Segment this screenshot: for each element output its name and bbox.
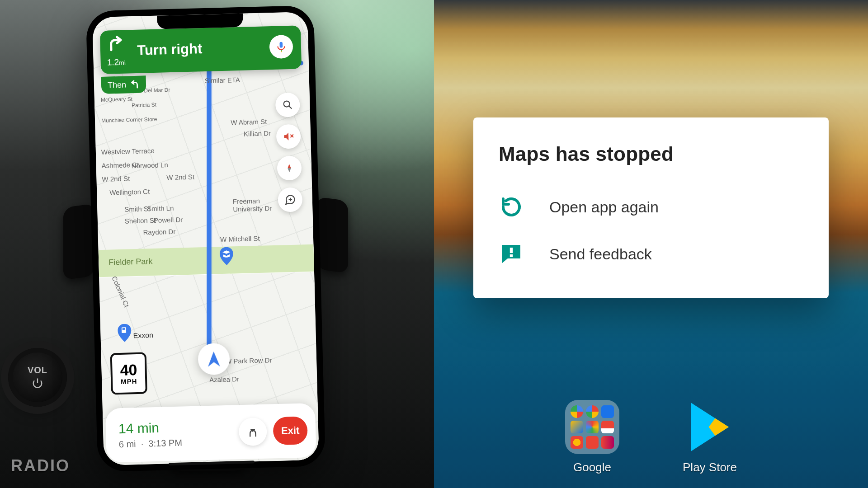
play-store-label: Play Store: [683, 460, 737, 474]
play-store-icon: [683, 400, 737, 454]
park-area: Fielder Park: [99, 244, 314, 277]
phone-notch: [157, 14, 243, 29]
compass-icon: [284, 163, 295, 174]
feedback-icon: [499, 241, 524, 267]
turn-right-arrow-icon: [106, 35, 125, 53]
street-label: Raydon Dr: [143, 228, 175, 236]
university-pin[interactable]: [220, 247, 234, 261]
gas-station-pin[interactable]: [118, 324, 132, 338]
svg-rect-6: [510, 254, 513, 257]
eta-bar[interactable]: 14 min 6 mi · 3:13 PM Exit: [105, 403, 316, 463]
crash-dialog-title: Maps has stopped: [499, 143, 803, 165]
street-label: Azalea Dr: [209, 375, 239, 384]
car-volume-label: VOL: [28, 365, 47, 375]
routes-icon: [246, 425, 260, 439]
poi-label: Munchiez Corner Store: [101, 116, 157, 124]
then-direction-chip[interactable]: Then: [101, 75, 146, 94]
gas-station-label: Exxon: [133, 331, 153, 340]
street-label: Smith Ln: [147, 204, 174, 213]
android-home-panel: Maps has stopped Open app again Send fee…: [434, 0, 868, 488]
route-line: [207, 66, 212, 365]
street-label: Shelton St: [125, 216, 156, 225]
street-label: W Mitchell St: [220, 235, 260, 243]
then-label: Then: [108, 80, 127, 90]
navigation-arrow-icon: [204, 350, 223, 368]
street-label: McQueary St: [101, 96, 132, 103]
current-location-marker: [198, 343, 230, 375]
street-label: W Park Row Dr: [225, 356, 272, 365]
alternate-routes-button[interactable]: [238, 418, 267, 446]
app-crash-dialog: Maps has stopped Open app again Send fee…: [473, 117, 829, 298]
turn-left-arrow-icon: [130, 80, 140, 90]
open-app-again-label: Open app again: [549, 198, 659, 216]
play-store-app[interactable]: Play Store: [678, 400, 741, 474]
google-folder-icon: [565, 400, 619, 454]
mount-arm-right: [316, 197, 348, 273]
svg-point-4: [283, 101, 289, 107]
map-note: Similar ETA: [205, 76, 240, 84]
power-icon: [31, 377, 44, 389]
direction-instruction: Turn right: [137, 39, 270, 59]
street-label: Killian Dr: [244, 129, 271, 138]
street-label: Norwood Ln: [132, 161, 168, 169]
search-icon: [282, 99, 294, 111]
home-dock: Google Play Store: [434, 400, 868, 474]
speed-limit-sign: 40 MPH: [110, 352, 147, 395]
mount-arm-left: [63, 203, 95, 280]
send-feedback-option[interactable]: Send feedback: [499, 230, 803, 277]
street-label: Patricia St: [132, 102, 156, 108]
car-photo-panel: VOL RADIO Fielder Park Similar ETA W Abr…: [0, 0, 434, 488]
street-label: Westview Terrace: [101, 147, 155, 156]
exit-navigation-button[interactable]: Exit: [273, 416, 308, 445]
add-report-icon: [284, 194, 296, 206]
street-label: Del Mar Dr: [144, 87, 170, 94]
send-feedback-label: Send feedback: [549, 245, 652, 263]
eta-arrival: 3:13 PM: [148, 437, 182, 448]
microphone-icon: [275, 41, 288, 53]
svg-rect-2: [279, 42, 283, 48]
street-label: Powell Dr: [154, 216, 183, 224]
street-label: W 2nd St: [166, 173, 194, 182]
eta-distance: 6 mi: [119, 439, 136, 449]
street-label: W Abram St: [231, 117, 267, 126]
street-label: W 2nd St: [102, 174, 130, 183]
car-radio-label: RADIO: [11, 456, 70, 475]
park-label: Fielder Park: [108, 257, 153, 267]
google-folder-label: Google: [573, 460, 611, 474]
speed-limit-value: 40: [120, 362, 137, 378]
svg-rect-5: [510, 248, 513, 253]
volume-mute-icon: [283, 131, 295, 143]
refresh-icon: [499, 194, 524, 220]
car-volume-knob: VOL: [8, 348, 67, 407]
direction-distance: 1.2: [107, 57, 119, 67]
voice-search-button[interactable]: [269, 35, 293, 59]
maps-screen: Fielder Park Similar ETA W Abram St Kill…: [92, 12, 319, 465]
svg-rect-0: [122, 327, 126, 333]
eta-duration: 14 min: [118, 419, 182, 436]
street-label: Smith St: [124, 205, 150, 213]
exit-label: Exit: [281, 425, 300, 437]
google-folder[interactable]: Google: [561, 400, 624, 474]
direction-distance-unit: mi: [119, 59, 126, 66]
phone-frame: Fielder Park Similar ETA W Abram St Kill…: [86, 5, 326, 472]
street-label: Wellington Ct: [109, 188, 150, 196]
street-label: Colonial Ct: [110, 275, 131, 308]
speed-limit-unit: MPH: [121, 377, 137, 385]
open-app-again-option[interactable]: Open app again: [499, 183, 803, 230]
direction-banner[interactable]: 1.2mi Turn right Then: [100, 25, 302, 74]
svg-rect-1: [123, 328, 125, 330]
